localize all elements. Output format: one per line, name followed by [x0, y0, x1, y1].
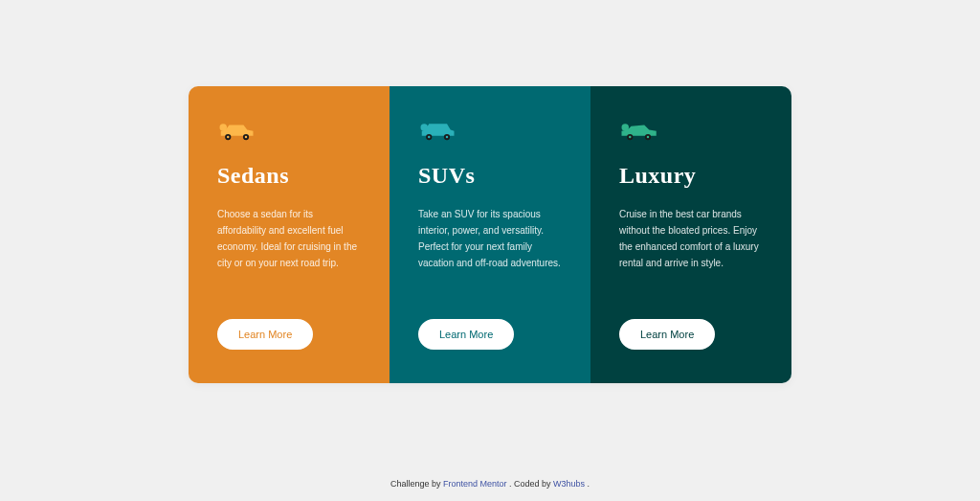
- sedan-icon: [217, 120, 256, 144]
- card-container: Sedans Choose a sedan for its affordabil…: [189, 86, 791, 383]
- learn-more-sedans[interactable]: Learn More: [217, 319, 313, 350]
- card-text-sedans: Choose a sedan for its affordability and…: [217, 206, 361, 271]
- svg-point-4: [245, 135, 248, 138]
- attribution-link-coder[interactable]: W3hubs: [553, 479, 585, 489]
- card-text-suvs: Take an SUV for its spacious interior, p…: [418, 206, 562, 271]
- svg-point-9: [446, 135, 449, 138]
- card-suvs: SUVs Take an SUV for its spacious interi…: [390, 86, 590, 383]
- attribution: Challenge by Frontend Mentor . Coded by …: [390, 479, 590, 489]
- learn-more-luxury[interactable]: Learn More: [619, 319, 715, 350]
- svg-point-3: [227, 135, 230, 138]
- attribution-prefix: Challenge by: [390, 479, 443, 489]
- svg-point-14: [647, 135, 650, 138]
- luxury-icon: [619, 120, 657, 144]
- card-luxury: Luxury Cruise in the best car brands wit…: [590, 86, 791, 383]
- card-title-sedans: Sedans: [217, 163, 361, 189]
- card-title-luxury: Luxury: [619, 163, 763, 189]
- suv-icon: [418, 120, 457, 144]
- learn-more-suvs[interactable]: Learn More: [418, 319, 514, 350]
- svg-point-13: [629, 135, 632, 138]
- card-sedans: Sedans Choose a sedan for its affordabil…: [189, 86, 390, 383]
- attribution-link-mentor[interactable]: Frontend Mentor: [443, 479, 507, 489]
- card-text-luxury: Cruise in the best car brands without th…: [619, 206, 763, 271]
- card-title-suvs: SUVs: [418, 163, 562, 189]
- attribution-middle: . Coded by: [509, 479, 553, 489]
- svg-point-8: [428, 135, 431, 138]
- attribution-suffix: .: [588, 479, 590, 489]
